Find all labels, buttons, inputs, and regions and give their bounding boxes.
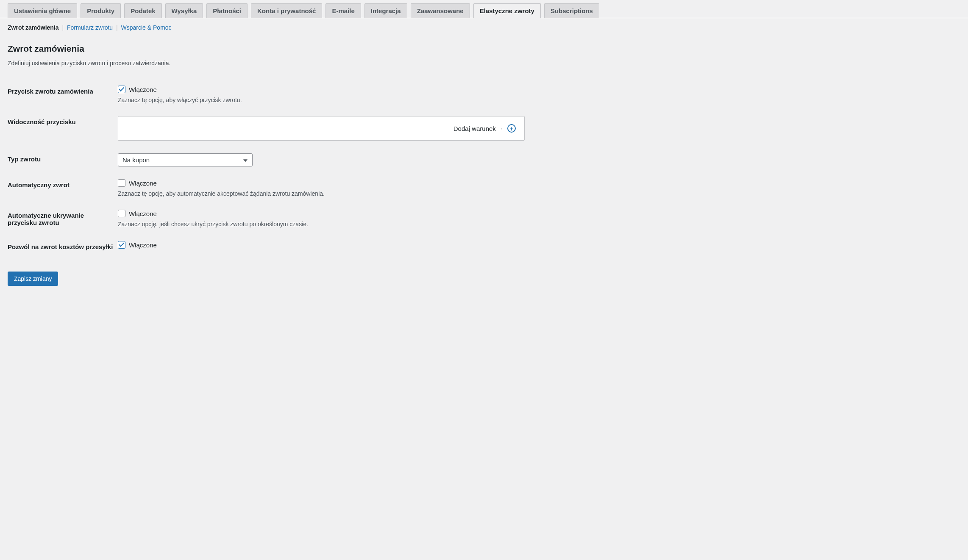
label-auto-refund: Automatyczny zwrot — [8, 173, 118, 203]
checkbox-label-auto-refund: Włączone — [129, 180, 157, 187]
select-refund-type[interactable]: Na kupon — [118, 153, 253, 166]
desc-refund-button: Zaznacz tę opcję, aby włączyć przycisk z… — [118, 97, 956, 103]
page-description: Zdefiniuj ustawienia przycisku zwrotu i … — [8, 60, 960, 67]
content-area: Zwrot zamówienia Zdefiniuj ustawienia pr… — [0, 31, 968, 299]
subnav-link-form[interactable]: Formularz zwrotu — [67, 24, 113, 31]
row-visibility: Widoczność przycisku Dodaj warunek → + — [8, 110, 960, 147]
label-allow-shipping: Pozwól na zwrot kosztów przesyłki — [8, 235, 118, 259]
tab-7[interactable]: Integracja — [364, 3, 407, 18]
label-visibility: Widoczność przycisku — [8, 110, 118, 147]
add-condition-button[interactable]: Dodaj warunek → + — [453, 124, 516, 133]
checkbox-auto-refund[interactable] — [118, 179, 125, 187]
select-wrap-refund-type: Na kupon — [118, 153, 253, 166]
separator: | — [116, 24, 118, 31]
subnav-current: Zwrot zamówienia — [8, 24, 59, 31]
settings-form: Przycisk zwrotu zamówienia Włączone Zazn… — [8, 79, 960, 259]
desc-auto-hide: Zaznacz opcję, jeśli chcesz ukryć przyci… — [118, 221, 956, 227]
tab-8[interactable]: Zaawansowane — [411, 3, 470, 18]
label-auto-hide: Automatyczne ukrywanie przycisku zwrotu — [8, 203, 118, 235]
desc-auto-refund: Zaznacz tę opcję, aby automatycznie akce… — [118, 190, 956, 197]
tab-0[interactable]: Ustawienia główne — [8, 3, 77, 18]
row-auto-hide: Automatyczne ukrywanie przycisku zwrotu … — [8, 203, 960, 235]
tab-3[interactable]: Wysyłka — [165, 3, 203, 18]
submit-area: Zapisz zmiany — [8, 272, 960, 286]
tab-6[interactable]: E-maile — [325, 3, 361, 18]
row-refund-type: Typ zwrotu Na kupon — [8, 147, 960, 173]
add-condition-text: Dodaj warunek → — [453, 125, 504, 132]
label-refund-type: Typ zwrotu — [8, 147, 118, 173]
page-title: Zwrot zamówienia — [8, 44, 960, 54]
settings-tabs: Ustawienia główneProduktyPodatekWysyłkaP… — [0, 0, 968, 18]
tab-9[interactable]: Elastyczne zwroty — [473, 3, 541, 18]
checkbox-auto-hide[interactable] — [118, 210, 125, 217]
checkbox-allow-shipping[interactable] — [118, 241, 125, 249]
checkbox-label-allow-shipping: Włączone — [129, 241, 157, 249]
tab-4[interactable]: Płatności — [206, 3, 248, 18]
label-refund-button: Przycisk zwrotu zamówienia — [8, 79, 118, 110]
condition-box: Dodaj warunek → + — [118, 116, 525, 141]
row-allow-shipping: Pozwól na zwrot kosztów przesyłki Włączo… — [8, 235, 960, 259]
tab-2[interactable]: Podatek — [124, 3, 161, 18]
separator: | — [62, 24, 64, 31]
subnav: Zwrot zamówienia | Formularz zwrotu | Ws… — [0, 18, 968, 31]
row-refund-button: Przycisk zwrotu zamówienia Włączone Zazn… — [8, 79, 960, 110]
save-button[interactable]: Zapisz zmiany — [8, 272, 58, 286]
subnav-link-support[interactable]: Wsparcie & Pomoc — [121, 24, 172, 31]
checkbox-label-refund-button: Włączone — [129, 86, 157, 93]
checkbox-refund-button-enabled[interactable] — [118, 86, 125, 93]
tab-1[interactable]: Produkty — [81, 3, 121, 18]
row-auto-refund: Automatyczny zwrot Włączone Zaznacz tę o… — [8, 173, 960, 203]
tab-5[interactable]: Konta i prywatność — [251, 3, 322, 18]
checkbox-label-auto-hide: Włączone — [129, 210, 157, 217]
plus-circle-icon: + — [507, 124, 516, 133]
tab-10[interactable]: Subscriptions — [544, 3, 599, 18]
